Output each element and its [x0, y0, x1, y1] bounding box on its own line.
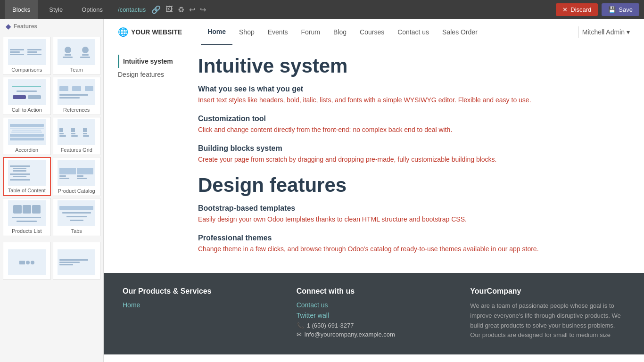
tab-blocks[interactable]: Blocks	[5, 0, 38, 19]
discard-button[interactable]: ✕ Discard	[556, 3, 598, 16]
tab-style[interactable]: Style	[41, 0, 70, 19]
chevron-down-icon: ▾	[627, 28, 630, 36]
block-extra2-preview	[58, 249, 95, 275]
footer-phone: 📞 1 (650) 691-3277	[297, 322, 452, 329]
main-layout: ◆ Features Comparisons	[0, 19, 644, 362]
block-cta[interactable]: Call to Action	[3, 77, 51, 115]
feature-bootstrap: Bootstrap-based templates Easily design …	[198, 204, 616, 224]
footer-col-products: Our Products & Services Home	[123, 287, 278, 340]
nav-home[interactable]: Home	[201, 19, 232, 45]
block-cta-preview	[8, 79, 46, 105]
feature-bootstrap-desc: Easily design your own Odoo templates th…	[198, 214, 616, 224]
footer-company-text: We are a team of passionate people whose…	[470, 301, 625, 340]
block-product-catalog-preview	[58, 160, 95, 186]
link-icon[interactable]: 🔗	[151, 5, 161, 14]
block-features-grid[interactable]: Features Grid	[53, 117, 101, 155]
footer-connect-title: Connect with us	[297, 287, 452, 296]
feature-wysiwyg-title: What you see is what you get	[198, 85, 616, 93]
feature-bootstrap-title: Bootstrap-based templates	[198, 204, 616, 213]
toolbar: Blocks Style Options /contactus 🔗 🖼 ♻ ↩ …	[0, 0, 644, 19]
sidebar-nav-intuitive[interactable]: Intuitive system	[118, 55, 189, 68]
content-body: Intuitive system What you see is what yo…	[198, 45, 616, 273]
nav-blog[interactable]: Blog	[327, 19, 353, 45]
block-products-list[interactable]: Products List	[3, 198, 51, 236]
section-title-intuitive: Intuitive system	[198, 55, 616, 77]
site-logo: 🌐 YOUR WEBSITE	[118, 27, 182, 37]
save-icon: 💾	[608, 6, 616, 13]
block-features-grid-preview	[58, 119, 95, 145]
footer-link-contact[interactable]: Contact us	[297, 301, 452, 309]
feature-customization-title: Customization tool	[198, 115, 616, 123]
save-button[interactable]: 💾 Save	[602, 3, 639, 16]
feature-themes-desc: Change theme in a few clicks, and browse…	[198, 244, 616, 254]
tab-options[interactable]: Options	[74, 0, 110, 19]
website-nav: 🌐 YOUR WEBSITE Home Shop Events Forum Bl…	[104, 19, 644, 45]
feature-blocks-desc: Create your page from scratch by draggin…	[198, 155, 616, 165]
block-references-preview	[58, 79, 95, 105]
feature-blocks: Building blocks system Create your page …	[198, 144, 616, 165]
page-content: Intuitive system Design features Intuiti…	[104, 45, 644, 273]
block-extra2[interactable]	[53, 242, 101, 280]
right-area: 🌐 YOUR WEBSITE Home Shop Events Forum Bl…	[104, 19, 644, 362]
footer-products-title: Our Products & Services	[123, 287, 278, 296]
block-comparisons-preview	[8, 39, 46, 65]
block-tabs[interactable]: Tabs	[53, 198, 101, 236]
block-comparisons[interactable]: Comparisons	[3, 37, 51, 75]
block-extra1[interactable]	[3, 242, 51, 280]
blocks-grid: Comparisons	[0, 34, 103, 239]
nav-courses[interactable]: Courses	[353, 19, 391, 45]
feature-customization-desc: Click and change content directly from t…	[198, 125, 616, 135]
discard-icon: ✕	[562, 6, 568, 13]
block-team-preview	[58, 39, 95, 65]
block-toc[interactable]: Table of Content	[3, 157, 51, 196]
block-products-list-preview	[8, 200, 46, 226]
block-references[interactable]: References	[53, 77, 101, 115]
content-main: Intuitive system Design features Intuiti…	[104, 45, 644, 362]
block-extra1-preview	[8, 249, 46, 275]
diamond-icon: ◆	[6, 23, 11, 30]
block-team[interactable]: Team	[53, 37, 101, 75]
nav-links: Home Shop Events Forum Blog Courses Cont…	[201, 19, 574, 45]
sidebar-nav-design[interactable]: Design features	[118, 68, 189, 81]
nav-divider	[578, 26, 578, 38]
footer-col-company: YourCompany We are a team of passionate …	[470, 287, 625, 340]
sidebar-nav: Intuitive system Design features	[104, 45, 198, 273]
feature-customization: Customization tool Click and change cont…	[198, 115, 616, 135]
features-section-title: ◆ Features	[0, 19, 103, 34]
left-panel: ◆ Features Comparisons	[0, 19, 104, 362]
nav-contact[interactable]: Contact us	[391, 19, 436, 45]
feature-themes-title: Professional themes	[198, 234, 616, 242]
footer-email: ✉ info@yourcompany.example.com	[297, 331, 452, 338]
recycle-icon[interactable]: ♻	[178, 5, 184, 14]
footer: Our Products & Services Home Connect wit…	[104, 273, 644, 354]
globe-icon: 🌐	[118, 27, 128, 37]
feature-wysiwyg-desc: Insert text styles like headers, bold, i…	[198, 95, 616, 105]
nav-events[interactable]: Events	[261, 19, 295, 45]
block-product-catalog[interactable]: Product Catalog	[53, 157, 101, 196]
redo-icon[interactable]: ↪	[200, 5, 206, 14]
feature-themes: Professional themes Change theme in a fe…	[198, 234, 616, 254]
block-accordion[interactable]: Accordion	[3, 117, 51, 155]
nav-shop[interactable]: Shop	[232, 19, 261, 45]
footer-col-connect: Connect with us Contact us Twitter wall …	[297, 287, 452, 340]
section-intuitive: Intuitive system What you see is what yo…	[198, 55, 616, 165]
footer-link-twitter[interactable]: Twitter wall	[297, 312, 452, 319]
undo-icon[interactable]: ↩	[189, 5, 195, 14]
section-title-design: Design features	[198, 174, 616, 197]
blocks-grid-extra	[0, 239, 103, 282]
email-icon: ✉	[297, 331, 302, 338]
footer-company-title: YourCompany	[470, 287, 625, 296]
feature-blocks-title: Building blocks system	[198, 144, 616, 153]
nav-user[interactable]: Mitchell Admin ▾	[582, 28, 630, 36]
nav-forum[interactable]: Forum	[295, 19, 327, 45]
breadcrumb-path: /contactus	[118, 6, 146, 13]
section-design: Design features Bootstrap-based template…	[198, 174, 616, 254]
nav-sales[interactable]: Sales Order	[436, 19, 484, 45]
block-tabs-preview	[58, 200, 95, 226]
footer-link-home[interactable]: Home	[123, 301, 278, 309]
block-accordion-preview	[8, 119, 46, 145]
feature-wysiwyg: What you see is what you get Insert text…	[198, 85, 616, 105]
phone-icon: 📞	[297, 322, 304, 329]
toolbar-icons: 🔗 🖼 ♻ ↩ ↪	[151, 5, 206, 14]
image-icon[interactable]: 🖼	[165, 5, 173, 14]
